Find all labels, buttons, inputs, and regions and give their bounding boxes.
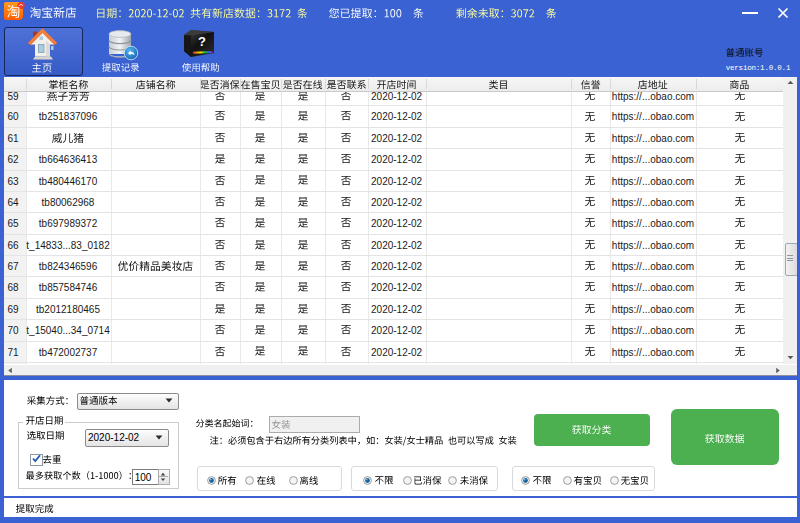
svg-text:?: ? [198, 34, 206, 49]
